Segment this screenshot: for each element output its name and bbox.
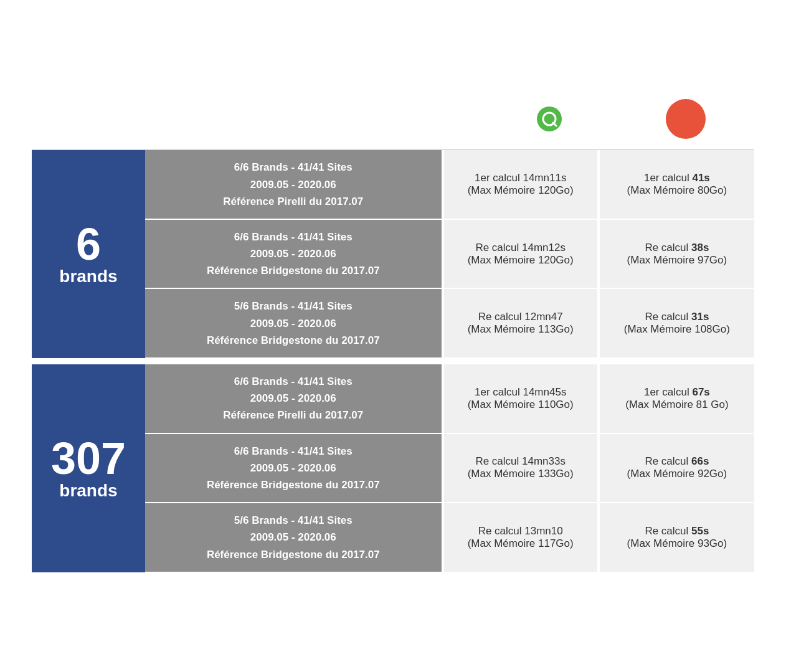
atscale-bold: 66s [691, 455, 709, 467]
selection-line: Référence Bridgestone du 2017.07 [158, 476, 429, 493]
cube-cell-section-0: 6brands [32, 150, 145, 358]
selection-cell: 5/6 Brands - 41/41 Sites2009.05 - 2020.0… [145, 288, 443, 358]
selection-line: 5/6 Brands - 41/41 Sites [158, 512, 429, 529]
qlik-line1: Re calcul 14mn12s [450, 242, 591, 254]
qlik-data-cell: Re calcul 12mn47(Max Mémoire 113Go) [443, 288, 599, 358]
selection-line: Référence Bridgestone du 2017.07 [158, 262, 429, 279]
qlik-data-cell: Re calcul 13mn10(Max Mémoire 117Go) [443, 503, 599, 572]
selection-line: 2009.05 - 2020.06 [158, 176, 429, 193]
selection-line: Référence Pirelli du 2017.07 [158, 193, 429, 210]
cube-label: brands [38, 481, 139, 501]
atscale-line2: (Max Mémoire 108Go) [606, 323, 748, 336]
cube-number: 307 [38, 436, 139, 481]
atscale-data-cell: Re calcul 38s(Max Mémoire 97Go) [599, 219, 754, 289]
atscale-line1: 1er calcul 67s [606, 386, 748, 399]
qlik-line2: (Max Mémoire 110Go) [450, 399, 591, 411]
atscale-data-cell: Re calcul 55s(Max Mémoire 93Go) [599, 503, 754, 572]
atscale-line1: Re calcul 38s [606, 242, 748, 254]
qlik-line2: (Max Mémoire 120Go) [450, 184, 591, 197]
selection-line: Référence Bridgestone du 2017.07 [158, 332, 429, 349]
atscale-line2: (Max Mémoire 97Go) [606, 254, 748, 267]
selection-cell: 5/6 Brands - 41/41 Sites2009.05 - 2020.0… [145, 503, 443, 572]
qlik-line1: Re calcul 13mn10 [450, 525, 591, 537]
selection-line: 2009.05 - 2020.06 [158, 529, 429, 546]
qlik-logo-group [536, 106, 562, 131]
selection-cell: 6/6 Brands - 41/41 Sites2009.05 - 2020.0… [145, 150, 443, 219]
atscale-line2: (Max Mémoire 81 Go) [606, 399, 748, 411]
qlik-line1: Re calcul 12mn47 [450, 311, 591, 323]
atscale-line2: (Max Mémoire 80Go) [606, 184, 748, 197]
qlik-line2: (Max Mémoire 117Go) [450, 537, 591, 550]
selection-line: 5/6 Brands - 41/41 Sites [158, 298, 429, 315]
cube-label: brands [38, 267, 139, 286]
header [32, 99, 754, 150]
atscale-line1: 1er calcul 41s [606, 172, 748, 184]
selection-cell: 6/6 Brands - 41/41 Sites2009.05 - 2020.0… [145, 219, 443, 289]
qlik-line2: (Max Mémoire 120Go) [450, 254, 591, 267]
atscale-data-cell: Re calcul 66s(Max Mémoire 92Go) [599, 433, 754, 503]
qlik-data-cell: 1er calcul 14mn45s(Max Mémoire 110Go) [443, 364, 599, 433]
atscale-data-cell: 1er calcul 41s(Max Mémoire 80Go) [599, 150, 754, 219]
qlik-line1: Re calcul 14mn33s [450, 455, 591, 468]
atscale-data-cell: 1er calcul 67s(Max Mémoire 81 Go) [599, 364, 754, 433]
qlik-line2: (Max Mémoire 133Go) [450, 468, 591, 480]
cube-number: 6 [38, 222, 139, 267]
atscale-line2: (Max Mémoire 93Go) [606, 537, 748, 550]
selection-cell: 6/6 Brands - 41/41 Sites2009.05 - 2020.0… [145, 433, 443, 503]
selection-line: 6/6 Brands - 41/41 Sites [158, 443, 429, 460]
selection-line: 6/6 Brands - 41/41 Sites [158, 373, 429, 390]
atscale-data-cell: Re calcul 31s(Max Mémoire 108Go) [599, 288, 754, 358]
qlik-line1: 1er calcul 14mn11s [450, 172, 591, 184]
selection-line: 2009.05 - 2020.06 [158, 315, 429, 332]
selection-line: 2009.05 - 2020.06 [158, 460, 429, 476]
qlik-data-cell: Re calcul 14mn33s(Max Mémoire 133Go) [443, 433, 599, 503]
svg-line-1 [553, 123, 556, 126]
table-row: 307brands6/6 Brands - 41/41 Sites2009.05… [32, 364, 754, 433]
selection-line: 6/6 Brands - 41/41 Sites [158, 229, 429, 245]
atscale-bold: 41s [692, 172, 709, 184]
atscale-logo-circle [666, 99, 706, 139]
qlik-line2: (Max Mémoire 113Go) [450, 323, 591, 336]
atscale-bold: 38s [691, 242, 709, 253]
selection-line: Référence Bridgestone du 2017.07 [158, 546, 429, 563]
qlik-data-cell: Re calcul 14mn12s(Max Mémoire 120Go) [443, 219, 599, 289]
atscale-bold: 31s [691, 311, 709, 323]
atscale-line1: Re calcul 66s [606, 455, 748, 468]
atscale-bold: 55s [691, 525, 709, 537]
atscale-line1: Re calcul 31s [606, 311, 748, 323]
selection-line: 2009.05 - 2020.06 [158, 390, 429, 407]
table-row: 6brands6/6 Brands - 41/41 Sites2009.05 -… [32, 150, 754, 219]
qlik-data-cell: 1er calcul 14mn11s(Max Mémoire 120Go) [443, 150, 599, 219]
selection-cell: 6/6 Brands - 41/41 Sites2009.05 - 2020.0… [145, 364, 443, 433]
qlik-line1: 1er calcul 14mn45s [450, 386, 591, 399]
atscale-line1: Re calcul 55s [606, 525, 748, 537]
qlik-q-icon [537, 106, 562, 131]
atscale-bold: 67s [692, 386, 709, 398]
selection-line: 2009.05 - 2020.06 [158, 245, 429, 262]
main-table: 6brands6/6 Brands - 41/41 Sites2009.05 -… [32, 150, 754, 572]
atscale-line2: (Max Mémoire 92Go) [606, 468, 748, 480]
selection-line: Référence Pirelli du 2017.07 [158, 407, 429, 424]
cube-cell-section-1: 307brands [32, 364, 145, 572]
page-container: 6brands6/6 Brands - 41/41 Sites2009.05 -… [19, 87, 767, 585]
selection-line: 6/6 Brands - 41/41 Sites [158, 159, 429, 176]
atscale-header-logo [617, 99, 754, 139]
qlik-header-logo [480, 106, 617, 131]
